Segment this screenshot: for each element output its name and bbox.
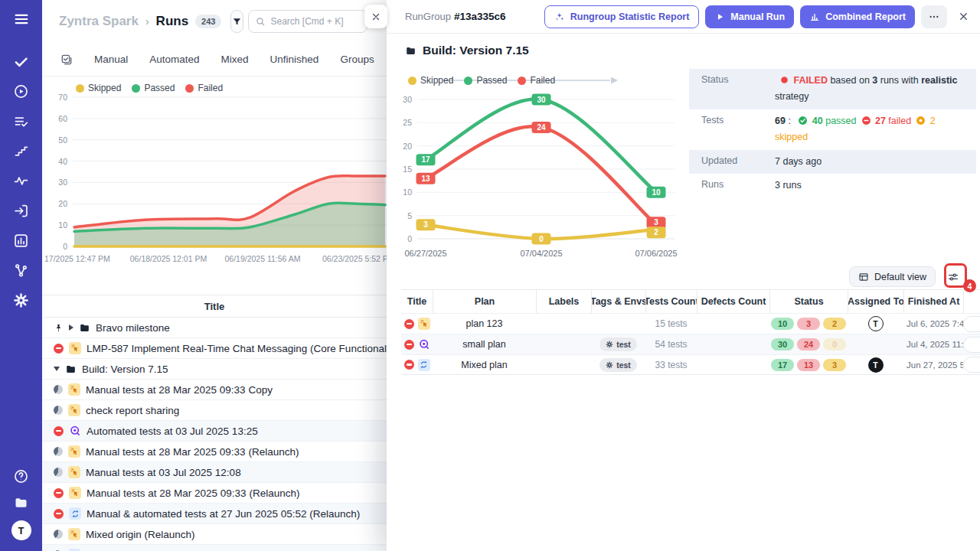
tab-unfinished[interactable]: Unfinished	[270, 54, 319, 65]
row-actions-button[interactable]	[963, 357, 980, 373]
run-list-item[interactable]: Manual tests at 28 Mar 2025 09:33 (Relau…	[42, 442, 387, 462]
sidebar-item-activity[interactable]	[6, 166, 37, 196]
column-header-status[interactable]: Status	[769, 290, 848, 313]
sidebar-nav	[6, 47, 37, 315]
more-options-button[interactable]	[921, 5, 947, 28]
runs-count-badge: 243	[195, 15, 221, 28]
legend-dot	[464, 77, 472, 85]
column-header-title[interactable]: Title	[401, 290, 433, 313]
caret-right-icon[interactable]	[69, 324, 74, 331]
runs-header: Zyntra Spark › Runs 243	[42, 0, 387, 43]
table-view-icon	[858, 272, 869, 282]
status-pill: 17	[771, 359, 794, 371]
row-actions-button[interactable]	[963, 337, 980, 353]
run-list-item[interactable]	[42, 545, 387, 551]
run-list-item[interactable]: Bravo milestone	[42, 318, 387, 338]
sidebar-item-import[interactable]	[6, 196, 37, 226]
svg-text:30: 30	[537, 96, 546, 104]
sidebar-item-bar-chart[interactable]	[6, 226, 37, 256]
breadcrumb-project[interactable]: Zyntra Spark	[59, 14, 139, 29]
rungroup-trend-chart: SkippedPassedFailed05101520253006/27/202…	[397, 70, 681, 262]
manual-run-icon	[69, 342, 81, 354]
tab-mixed[interactable]: Mixed	[221, 54, 249, 65]
menu-icon	[13, 11, 30, 28]
combined-report-button[interactable]: Combined Report	[800, 5, 915, 28]
sidebar-item-check[interactable]	[6, 47, 37, 77]
run-list-item[interactable]: check report sharing	[42, 400, 387, 421]
table-settings-button[interactable]	[945, 269, 962, 285]
import-icon	[13, 203, 29, 219]
chart-legend: SkippedPassedFailed	[408, 75, 555, 86]
breadcrumb-page: Runs	[156, 14, 189, 29]
manual-run-button[interactable]: Manual Run	[705, 5, 794, 28]
rungroup-details: Status FAILED based on 3 runs with reali…	[689, 69, 976, 197]
table-row[interactable]: plan 12315 tests1032TJul 6, 2025 7:40	[401, 313, 980, 334]
search-box[interactable]	[248, 10, 368, 33]
run-list-item[interactable]: Mixed origin (Relaunch)	[42, 524, 387, 545]
tab-automated[interactable]: Automated	[149, 54, 199, 65]
run-list-item[interactable]: Manual tests at 03 Jul 2025 12:08	[42, 462, 387, 483]
partial-status-icon	[54, 468, 63, 477]
search-input[interactable]	[270, 16, 361, 27]
run-list-item[interactable]: Build: Version 7.15	[42, 359, 387, 380]
sidebar-item-gear[interactable]	[6, 285, 37, 315]
chart-legend: SkippedPassedFailed	[76, 83, 223, 93]
run-title: Manual tests at 28 Mar 2025 09:33 Copy	[86, 384, 273, 396]
table-row[interactable]: Mixed plantest33 tests17133TJun 27, 2025…	[401, 354, 980, 375]
runs-panel: Zyntra Spark › Runs 243 ManualAutomatedM…	[42, 0, 387, 551]
select-all-icon	[60, 54, 73, 66]
run-list-item[interactable]: LMP-587 Implement Real-Time Chat Messagi…	[42, 338, 387, 359]
drawer-close-button[interactable]	[364, 5, 387, 28]
automated-run-icon	[418, 338, 430, 350]
svg-text:60: 60	[58, 114, 67, 123]
svg-text:15: 15	[403, 165, 412, 174]
failed-status-icon	[404, 360, 414, 370]
legend-item-failed: Failed	[185, 83, 223, 93]
run-list-item[interactable]: Manual tests at 28 Mar 2025 09:33 Copy	[42, 380, 387, 400]
sidebar-item-folders[interactable]	[6, 494, 37, 510]
tests-count-cell: 33 tests	[645, 360, 697, 370]
menu-button[interactable]	[13, 11, 30, 30]
drawer-close-x-button[interactable]	[958, 11, 969, 22]
select-all-icon[interactable]	[60, 54, 73, 66]
check-icon	[13, 54, 29, 70]
run-title: Manual tests at 28 Mar 2025 09:33 (Relau…	[86, 446, 299, 458]
column-header-tests-count[interactable]: Tests Count	[645, 290, 697, 313]
rungroup-statistic-report-button[interactable]: Rungroup Statistic Report	[544, 5, 700, 28]
search-icon	[255, 16, 266, 27]
branch-icon	[13, 262, 29, 279]
column-header-assigned-to[interactable]: Assigned To	[848, 290, 903, 313]
default-view-button[interactable]: Default view	[849, 266, 936, 287]
status-pill: 10	[771, 318, 794, 330]
column-header-plan[interactable]: Plan	[433, 290, 536, 313]
legend-item-passed: Passed	[464, 75, 507, 86]
column-header-finished-at[interactable]: Finished At	[903, 290, 963, 313]
column-header-labels[interactable]: Labels	[536, 290, 591, 313]
sidebar-item-steps[interactable]	[6, 136, 37, 166]
manual-run-icon	[68, 404, 80, 416]
sidebar-item-branch[interactable]	[6, 256, 37, 285]
run-list-item[interactable]: Automated tests at 03 Jul 2025 13:25	[42, 421, 387, 442]
assignee-avatar: T	[868, 357, 884, 373]
svg-text:06/19/2025 11:56 AM: 06/19/2025 11:56 AM	[224, 254, 300, 263]
svg-text:25: 25	[403, 118, 412, 127]
table-row[interactable]: small plantest54 tests30240Jul 4, 2025 1…	[401, 334, 980, 354]
run-list-item[interactable]: Manual & automated tests at 27 Jun 2025 …	[42, 504, 387, 524]
caret-down-icon[interactable]	[54, 367, 60, 371]
bars-icon	[809, 11, 820, 22]
run-list-item[interactable]: Manual tests at 28 Mar 2025 09:33 (Relau…	[42, 483, 387, 504]
gear-icon	[13, 292, 29, 308]
tab-groups[interactable]: Groups	[340, 54, 374, 65]
status-pill: 24	[797, 338, 820, 350]
user-avatar[interactable]: T	[11, 520, 31, 540]
automated-run-icon	[69, 425, 81, 437]
row-actions-button[interactable]	[963, 316, 980, 332]
sidebar-item-play-circle[interactable]	[6, 77, 37, 106]
filter-button[interactable]	[230, 10, 243, 33]
detail-value: 69 : 40 passed 27 failed 2 skipped	[775, 114, 976, 145]
tab-manual[interactable]: Manual	[94, 54, 128, 65]
column-header-tags-envs[interactable]: Tags & Envs	[591, 290, 645, 313]
sidebar-item-help-circle[interactable]	[6, 468, 37, 484]
sidebar-item-list-check[interactable]	[6, 106, 37, 136]
column-header-defects-count[interactable]: Defects Count	[697, 290, 769, 313]
